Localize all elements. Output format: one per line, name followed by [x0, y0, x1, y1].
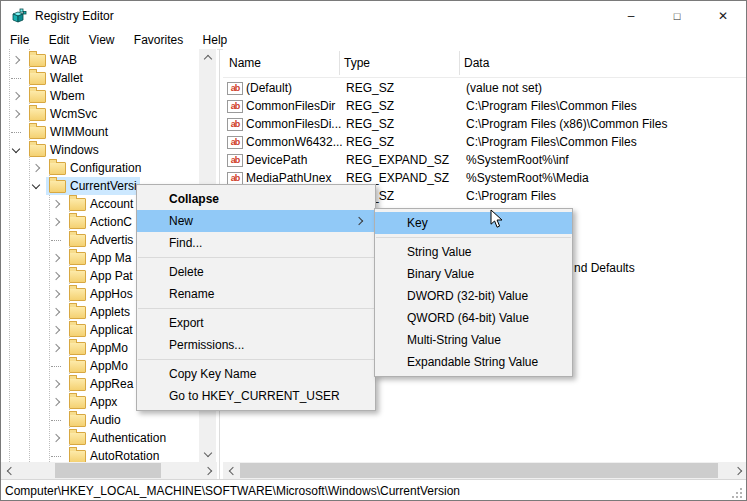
value-row[interactable]: ab(Default)REG_SZ(value not set) [223, 79, 747, 97]
column-divider[interactable] [339, 51, 340, 75]
scroll-down-icon[interactable] [199, 445, 216, 462]
tree-item-actioncenter[interactable]: ActionC [1, 213, 135, 231]
tree-horizontal-scrollbar[interactable] [1, 462, 217, 479]
resize-grip-icon[interactable] [740, 496, 742, 498]
folder-icon [69, 252, 86, 265]
tree-item-label: ActionC [90, 215, 132, 229]
tree-item-configuration[interactable]: Configuration [1, 159, 144, 177]
value-row[interactable]: abCommonFilesDirREG_SZC:\Program Files\C… [223, 97, 747, 115]
chevron-right-icon[interactable] [51, 201, 66, 207]
menu-item-permissions[interactable]: Permissions... [137, 334, 375, 356]
tree-item-app-paths[interactable]: App Pat [1, 267, 136, 285]
chevron-right-icon[interactable] [11, 111, 26, 117]
menu-separator [138, 359, 374, 360]
menu-item-new[interactable]: New [137, 210, 375, 232]
menu-bar: File Edit View Favorites Help [1, 31, 746, 50]
scroll-up-icon[interactable] [199, 49, 216, 66]
scrollbar-thumb[interactable] [240, 463, 718, 478]
chevron-right-icon[interactable] [31, 165, 46, 171]
tree-item-app-management[interactable]: App Ma [1, 249, 134, 267]
folder-icon [69, 324, 86, 337]
value-row[interactable]: abCommonW6432...REG_SZC:\Program Files\C… [223, 133, 747, 151]
tree-item-autorotation[interactable]: AutoRotation [1, 447, 162, 462]
column-divider[interactable] [459, 51, 460, 75]
menu-view[interactable]: View [81, 31, 123, 49]
tree-item-applets[interactable]: Applets [1, 303, 133, 321]
tree-item-apphost[interactable]: AppHos [1, 285, 136, 303]
value-name: CommonFilesDir [246, 97, 335, 115]
tree-item-wallet[interactable]: Wallet [1, 69, 86, 87]
value-row[interactable]: abDevicePathREG_EXPAND_SZ%SystemRoot%\in… [223, 151, 747, 169]
tree-item-advertising[interactable]: Advertis [1, 231, 136, 249]
chevron-down-icon[interactable] [31, 184, 46, 188]
tree-item-windows[interactable]: Windows [1, 141, 102, 159]
menu-item-export[interactable]: Export [137, 312, 375, 334]
menu-item-copy-key-name[interactable]: Copy Key Name [137, 363, 375, 385]
tree-item-label: WAB [50, 53, 77, 67]
menu-edit[interactable]: Edit [41, 31, 78, 49]
submenu-item-expandable-string-value[interactable]: Expandable String Value [375, 351, 572, 373]
tree-item-account[interactable]: Account [1, 195, 136, 213]
maximize-button[interactable]: □ [654, 1, 700, 31]
tree-item-label: Configuration [70, 161, 141, 175]
column-header-data[interactable]: Data [464, 49, 489, 77]
menu-item-collapse[interactable]: Collapse [137, 188, 375, 210]
chevron-right-icon[interactable] [51, 291, 66, 297]
value-row[interactable]: abCommonFilesDi...REG_SZC:\Program Files… [223, 115, 747, 133]
submenu-item-key[interactable]: Key [375, 212, 572, 234]
status-bar: Computer\HKEY_LOCAL_MACHINE\SOFTWARE\Mic… [1, 479, 746, 501]
value-data: (value not set) [466, 79, 542, 97]
chevron-right-icon[interactable] [51, 399, 66, 405]
tree-item-appmodelunlock[interactable]: AppMo [1, 357, 131, 375]
chevron-right-icon[interactable] [51, 345, 66, 351]
menu-file[interactable]: File [2, 31, 37, 49]
menu-separator [376, 237, 571, 238]
chevron-right-icon[interactable] [51, 381, 66, 387]
chevron-right-icon[interactable] [11, 57, 26, 63]
tree-item-wimmount[interactable]: WIMMount [1, 123, 111, 141]
tree-item-label: AppMo [90, 341, 128, 355]
chevron-right-icon[interactable] [51, 435, 66, 441]
minimize-button[interactable]: – [608, 1, 654, 31]
close-button[interactable]: ✕ [700, 1, 746, 31]
chevron-down-icon[interactable] [11, 148, 26, 152]
scroll-left-icon[interactable] [223, 462, 240, 479]
list-horizontal-scrollbar[interactable] [223, 462, 747, 479]
tree-item-currentversion[interactable]: CurrentVersi [1, 177, 140, 195]
column-header-name[interactable]: Name [229, 49, 261, 77]
scroll-right-icon[interactable] [730, 462, 747, 479]
submenu-item-qword-value[interactable]: QWORD (64-bit) Value [375, 307, 572, 329]
chevron-right-icon[interactable] [51, 219, 66, 225]
menu-item-goto-hkcu[interactable]: Go to HKEY_CURRENT_USER [137, 385, 375, 407]
tree-item-wcmsvc[interactable]: WcmSvc [1, 105, 100, 123]
scrollbar-thumb[interactable] [55, 463, 161, 478]
chevron-right-icon[interactable] [11, 93, 26, 99]
tree-item-application[interactable]: Applicat [1, 321, 136, 339]
tree-item-wab[interactable]: WAB [1, 51, 80, 69]
menu-item-find[interactable]: Find... [137, 232, 375, 254]
chevron-right-icon[interactable] [51, 255, 66, 261]
tree-item-appreadiness[interactable]: AppRea [1, 375, 136, 393]
scroll-left-icon[interactable] [1, 462, 18, 479]
menu-favorites[interactable]: Favorites [126, 31, 191, 49]
submenu-item-string-value[interactable]: String Value [375, 241, 572, 263]
folder-icon [29, 126, 46, 139]
column-header-type[interactable]: Type [344, 49, 370, 77]
value-type: REG_SZ [346, 79, 394, 97]
chevron-right-icon[interactable] [51, 327, 66, 333]
chevron-right-icon[interactable] [51, 273, 66, 279]
menu-help[interactable]: Help [195, 31, 236, 49]
tree-item-authentication[interactable]: Authentication [1, 429, 169, 447]
scroll-right-icon[interactable] [200, 462, 217, 479]
submenu-item-binary-value[interactable]: Binary Value [375, 263, 572, 285]
submenu-item-multi-string-value[interactable]: Multi-String Value [375, 329, 572, 351]
menu-item-rename[interactable]: Rename [137, 283, 375, 305]
tree-item-label: AppHos [90, 287, 133, 301]
tree-item-appmodel[interactable]: AppMo [1, 339, 131, 357]
tree-item-audio[interactable]: Audio [1, 411, 124, 429]
tree-item-appx[interactable]: Appx [1, 393, 120, 411]
menu-item-delete[interactable]: Delete [137, 261, 375, 283]
submenu-item-dword-value[interactable]: DWORD (32-bit) Value [375, 285, 572, 307]
chevron-right-icon[interactable] [51, 309, 66, 315]
tree-item-wbem[interactable]: Wbem [1, 87, 88, 105]
